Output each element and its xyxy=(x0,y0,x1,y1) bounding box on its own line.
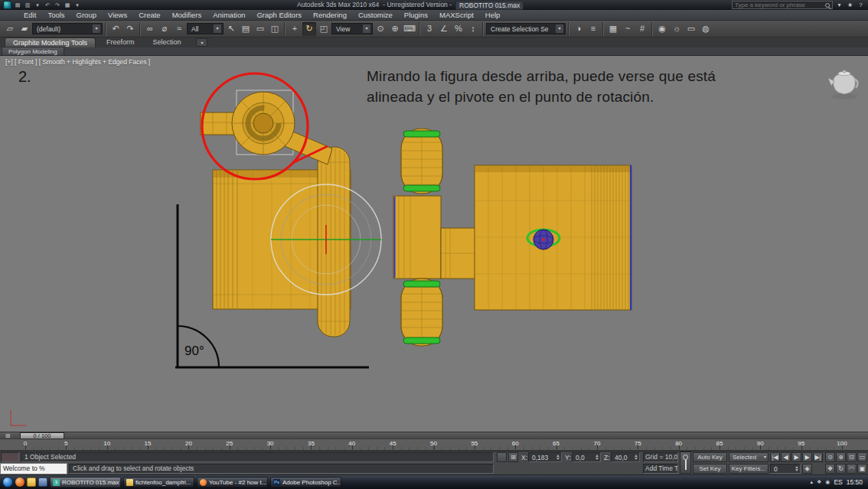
tab-freeform[interactable]: Freeform xyxy=(99,37,142,47)
firefox-quicklaunch-icon[interactable] xyxy=(15,478,24,487)
save-file-icon[interactable]: ▦ xyxy=(64,1,71,9)
z-coordinate-input[interactable] xyxy=(615,454,633,461)
named-selection-dropdown[interactable]: Create Selection Se ▾ xyxy=(486,23,566,34)
snap-toggle-icon[interactable]: 3 xyxy=(423,22,436,36)
application-menu-icon[interactable]: ▤ xyxy=(14,1,21,9)
previous-frame-button[interactable]: ◀ xyxy=(781,452,791,462)
chevron-down-icon[interactable]: ▾ xyxy=(93,24,100,33)
tray-expand-icon[interactable]: ▴ xyxy=(810,479,813,485)
render-production-icon[interactable]: ◍ xyxy=(699,22,713,36)
chevron-down-icon[interactable]: ▾ xyxy=(214,24,221,33)
go-to-start-button[interactable]: |◀ xyxy=(770,452,780,462)
coordinate-system-dropdown[interactable]: View ▾ xyxy=(331,23,373,34)
y-coordinate-input[interactable] xyxy=(576,454,594,461)
schematic-view-icon[interactable]: # xyxy=(635,22,649,36)
orbit-icon[interactable]: ↻ xyxy=(836,464,846,474)
rendered-frame-icon[interactable]: ▭ xyxy=(684,22,698,36)
media-quicklaunch-icon[interactable] xyxy=(38,478,47,487)
robot-model[interactable] xyxy=(201,90,631,346)
menu-item-modifiers[interactable]: Modifiers xyxy=(171,11,203,19)
auto-key-button[interactable]: Auto Key xyxy=(693,452,727,462)
menu-item-customize[interactable]: Customize xyxy=(357,11,393,19)
taskbar-window-3dsmax[interactable]: 3 ROBOTITO 015.max ... xyxy=(50,477,121,487)
maxscript-listener[interactable]: Welcome to % xyxy=(0,463,67,474)
render-setup-icon[interactable]: ☼ xyxy=(670,22,684,36)
zoom-extents-icon[interactable]: ⊡ xyxy=(847,452,857,462)
select-scale-icon[interactable]: ◰ xyxy=(317,22,331,36)
select-object-icon[interactable]: ↖ xyxy=(224,22,238,36)
time-slider-track[interactable]: ⊞ 0 / 100 xyxy=(0,432,868,439)
select-rotate-icon[interactable]: ↻ xyxy=(302,22,316,36)
search-input[interactable] xyxy=(735,2,823,8)
tab-selection[interactable]: Selection xyxy=(145,37,188,47)
redo-icon[interactable]: ↷ xyxy=(123,22,137,36)
redo-qat-icon[interactable]: ↷ xyxy=(54,1,61,9)
walk-through-icon[interactable]: ◠ xyxy=(847,464,857,474)
x-coordinate-field[interactable] xyxy=(528,452,562,462)
3dsmax-logo-icon[interactable] xyxy=(3,1,11,9)
explorer-quicklaunch-icon[interactable] xyxy=(27,478,36,487)
key-selection-dropdown[interactable]: Selected ▾ xyxy=(729,452,768,462)
undo-icon[interactable]: ↶ xyxy=(109,22,122,36)
tray-network-icon[interactable]: ❖ xyxy=(817,479,821,485)
viewport[interactable]: [+] [ Front ] [ Smooth + Highlights + Ed… xyxy=(0,56,868,432)
spinner-icon[interactable] xyxy=(635,455,638,460)
search-icon[interactable] xyxy=(825,3,830,8)
viewport-layout-icon[interactable]: ▰ xyxy=(18,22,31,36)
subtab-polygon-modeling[interactable]: Polygon Modeling xyxy=(2,47,64,55)
menu-item-help[interactable]: Help xyxy=(485,11,501,19)
pan-icon[interactable]: ❖ xyxy=(825,464,835,474)
menu-item-animation[interactable]: Animation xyxy=(212,11,246,19)
spinner-icon[interactable] xyxy=(556,455,560,460)
current-frame-input[interactable] xyxy=(774,465,794,473)
clock[interactable]: 15:50 xyxy=(847,478,863,486)
current-frame-field[interactable] xyxy=(770,464,801,474)
taskbar-window-folder[interactable]: fichtenfoo_dampfri... xyxy=(123,477,194,487)
workspace-dropdown[interactable]: (default) ▾ xyxy=(32,23,103,34)
menu-item-maxscript[interactable]: MAXScript xyxy=(439,11,475,19)
align-icon[interactable]: ≡ xyxy=(586,22,600,36)
z-coordinate-field[interactable] xyxy=(611,452,640,462)
zoom-icon[interactable]: ⊙ xyxy=(825,452,835,462)
language-indicator[interactable]: ES xyxy=(834,478,842,486)
menu-item-rendering[interactable]: Rendering xyxy=(312,11,348,19)
search-options-icon[interactable]: ▾ xyxy=(835,1,844,9)
timeline-ruler[interactable]: 0510152025303540455055606570758085909510… xyxy=(0,439,868,451)
mini-curve-editor-icon[interactable]: ⊞ xyxy=(2,432,13,439)
tray-volume-icon[interactable]: ◉ xyxy=(825,479,830,485)
menu-item-plugins[interactable]: Plugins xyxy=(403,11,429,19)
spinner-icon[interactable] xyxy=(596,455,599,460)
chevron-down-icon[interactable]: ▾ xyxy=(556,24,563,33)
time-slider-handle[interactable]: 0 / 100 xyxy=(20,432,64,439)
menu-item-create[interactable]: Create xyxy=(138,11,162,19)
new-scene-icon[interactable]: ▥ xyxy=(24,1,31,9)
curve-editor-icon[interactable]: ~ xyxy=(621,22,635,36)
qat-customize-icon[interactable]: ▾ xyxy=(73,1,81,9)
set-key-button[interactable]: Set Key xyxy=(693,464,727,474)
spinner-snap-icon[interactable]: ↕ xyxy=(466,22,480,36)
window-crossing-icon[interactable]: ◫ xyxy=(268,22,282,36)
material-editor-icon[interactable]: ◉ xyxy=(655,22,669,36)
unlink-icon[interactable]: ⌀ xyxy=(158,22,171,36)
zoom-all-icon[interactable]: ⊕ xyxy=(836,452,846,462)
spinner-icon[interactable] xyxy=(795,466,798,471)
menu-item-group[interactable]: Group xyxy=(76,11,97,19)
maximize-viewport-icon[interactable]: ▣ xyxy=(857,464,867,474)
absolute-offset-toggle[interactable]: ⊞ xyxy=(508,452,518,462)
bind-spacewarp-icon[interactable]: ≈ xyxy=(172,22,186,36)
menu-item-graph-editors[interactable]: Graph Editors xyxy=(256,11,302,19)
key-mode-toggle[interactable]: ◈ xyxy=(802,464,812,474)
zoom-region-icon[interactable]: ▭ xyxy=(857,452,867,462)
selection-lock-button[interactable] xyxy=(497,452,507,462)
link-icon[interactable]: ∞ xyxy=(143,22,157,36)
select-manipulate-icon[interactable]: ⊕ xyxy=(388,22,402,36)
chevron-down-icon[interactable]: ▾ xyxy=(363,24,370,33)
ribbon-collapse-icon[interactable]: ▾ xyxy=(196,38,207,47)
menu-item-edit[interactable]: Edit xyxy=(23,11,37,19)
viewport-canvas[interactable] xyxy=(0,56,868,432)
undo-qat-icon[interactable]: ↶ xyxy=(44,1,51,9)
viewport-label[interactable]: [+] [ Front ] [ Smooth + Highlights + Ed… xyxy=(5,58,150,66)
play-button[interactable]: ▶ xyxy=(791,452,801,462)
taskbar-window-photoshop[interactable]: Ps Adobe Photoshop C... xyxy=(270,477,341,487)
percent-snap-icon[interactable]: % xyxy=(452,22,465,36)
